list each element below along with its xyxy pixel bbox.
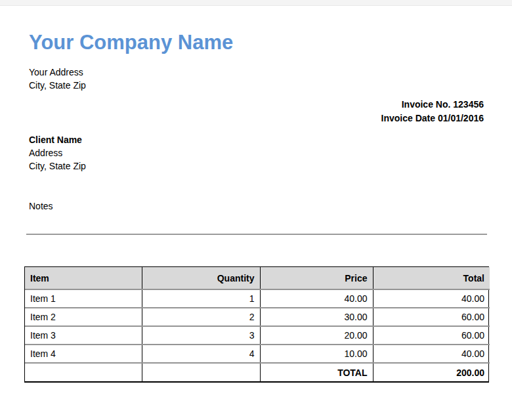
table-row: Item 1 1 40.00 40.00 <box>25 289 490 308</box>
cell-price: 10.00 <box>260 345 373 363</box>
invoice-table: Item Quantity Price Total Item 1 1 40.00… <box>25 267 490 381</box>
invoice-page: { "company": { "name": "Your Company Nam… <box>0 0 512 420</box>
cell-total: 60.00 <box>373 326 490 345</box>
cell-item: Item 3 <box>25 326 142 345</box>
total-row: TOTAL 200.00 <box>25 363 490 381</box>
cell-item: Item 4 <box>25 345 142 363</box>
cell-quantity: 4 <box>142 345 260 363</box>
cell-empty <box>25 363 142 381</box>
col-header-total: Total <box>373 267 490 289</box>
invoice-number: Invoice No. 123456 <box>381 98 484 112</box>
cell-total: 40.00 <box>373 345 490 363</box>
col-header-price: Price <box>260 267 373 289</box>
client-address-line1: Address <box>29 146 86 159</box>
invoice-meta-block: Invoice No. 123456 Invoice Date 01/01/20… <box>381 98 484 125</box>
company-address-line2: City, State Zip <box>29 79 86 92</box>
table-row: Item 2 2 30.00 60.00 <box>25 308 490 326</box>
client-address-line2: City, State Zip <box>29 159 86 173</box>
invoice-date: Invoice Date 01/01/2016 <box>381 112 484 125</box>
page-top-strip <box>0 0 512 6</box>
cell-price: 20.00 <box>260 326 373 345</box>
client-block: Client Name Address City, State Zip <box>29 133 86 173</box>
divider-line <box>26 234 487 235</box>
cell-item: Item 1 <box>25 289 142 308</box>
company-name: Your Company Name <box>29 31 233 54</box>
total-value: 200.00 <box>373 363 490 381</box>
table-row: Item 3 3 20.00 60.00 <box>25 326 490 345</box>
total-label: TOTAL <box>260 363 373 381</box>
cell-quantity: 1 <box>142 289 260 308</box>
client-name: Client Name <box>29 133 86 146</box>
company-address-line1: Your Address <box>29 66 86 79</box>
company-address-block: Your Address City, State Zip <box>29 66 86 92</box>
cell-item: Item 2 <box>25 308 142 326</box>
cell-empty <box>142 363 260 381</box>
cell-price: 40.00 <box>260 289 373 308</box>
col-header-quantity: Quantity <box>142 267 260 289</box>
cell-quantity: 3 <box>142 326 260 345</box>
cell-quantity: 2 <box>142 308 260 326</box>
table-row: Item 4 4 10.00 40.00 <box>25 345 490 363</box>
notes-label: Notes <box>29 201 53 211</box>
cell-total: 60.00 <box>373 308 490 326</box>
cell-price: 30.00 <box>260 308 373 326</box>
table-header-row: Item Quantity Price Total <box>25 267 490 289</box>
invoice-table-wrap: Item Quantity Price Total Item 1 1 40.00… <box>24 266 489 383</box>
col-header-item: Item <box>25 267 142 289</box>
cell-total: 40.00 <box>373 289 490 308</box>
